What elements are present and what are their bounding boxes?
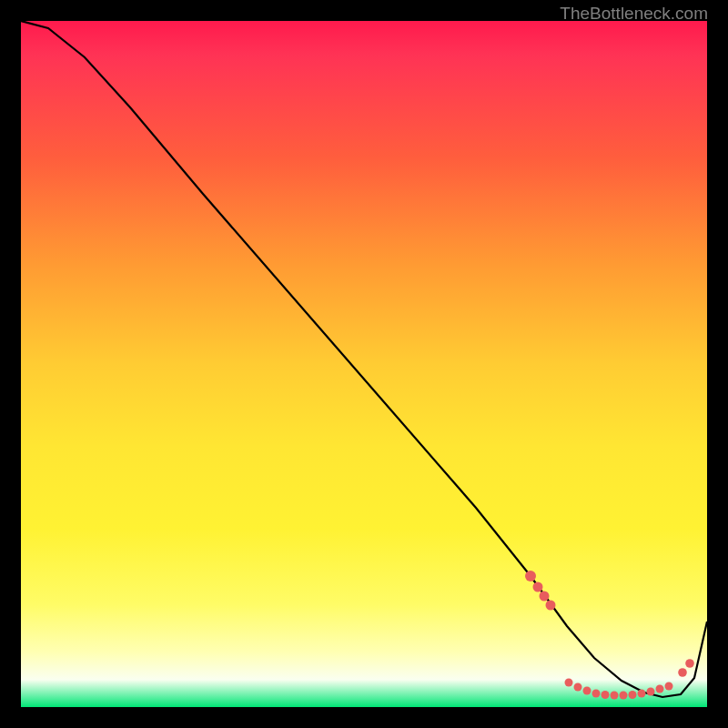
watermark-text: TheBottleneck.com <box>560 4 708 24</box>
svg-point-15 <box>665 682 673 691</box>
svg-point-4 <box>565 679 573 687</box>
svg-point-3 <box>546 601 556 611</box>
svg-point-8 <box>602 691 610 699</box>
svg-point-2 <box>540 592 550 602</box>
svg-point-17 <box>685 659 694 668</box>
svg-point-10 <box>620 692 628 700</box>
svg-point-0 <box>525 571 536 581</box>
chart-curve <box>21 21 707 707</box>
svg-point-9 <box>611 692 619 700</box>
svg-point-16 <box>678 668 687 677</box>
svg-point-6 <box>583 687 592 695</box>
svg-point-7 <box>592 690 601 698</box>
svg-point-5 <box>574 683 582 692</box>
svg-point-1 <box>533 582 543 592</box>
svg-point-14 <box>656 685 664 693</box>
svg-point-12 <box>638 690 646 698</box>
svg-point-13 <box>647 688 655 696</box>
svg-point-11 <box>629 691 637 699</box>
